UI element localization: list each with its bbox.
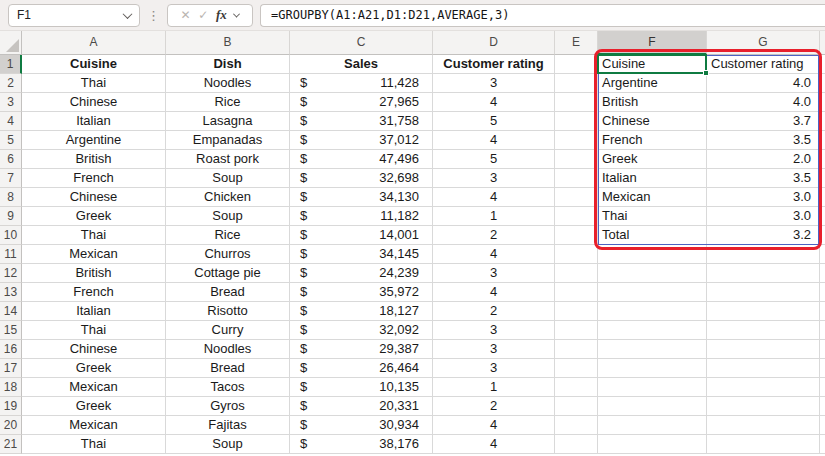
cancel-icon[interactable]: ✕ — [181, 8, 191, 22]
cell-result-cuisine[interactable] — [598, 245, 707, 264]
cell-result-rating[interactable] — [707, 245, 820, 264]
cell-dish[interactable]: Soup — [166, 169, 290, 188]
cell-rating[interactable]: 3 — [433, 359, 555, 378]
cell-empty-e[interactable] — [555, 131, 598, 150]
cell-result-cuisine[interactable] — [598, 321, 707, 340]
cell-dish[interactable]: Soup — [166, 207, 290, 226]
cell-result-rating[interactable] — [707, 359, 820, 378]
cell-result-rating[interactable]: 3.0 — [707, 207, 820, 226]
row-header[interactable]: 18 — [0, 378, 22, 397]
cell-empty-e[interactable] — [555, 435, 598, 454]
cell-dish[interactable]: Empanadas — [166, 131, 290, 150]
cell-sales[interactable]: $ 32,092 — [290, 321, 433, 340]
formula-input[interactable]: =GROUPBY(A1:A21,D1:D21,AVERAGE,3) — [260, 4, 825, 27]
cell-empty-e[interactable] — [555, 264, 598, 283]
column-header-c[interactable]: C — [290, 31, 433, 55]
cell-sales[interactable]: $ 24,239 — [290, 264, 433, 283]
cell-empty-e[interactable] — [555, 302, 598, 321]
cell-sales[interactable]: $ 10,135 — [290, 378, 433, 397]
cell-result-cuisine[interactable]: Chinese — [598, 112, 707, 131]
cell-cuisine[interactable]: French — [22, 169, 166, 188]
cell-result-cuisine[interactable]: Mexican — [598, 188, 707, 207]
row-header[interactable]: 3 — [0, 93, 22, 112]
cell-empty-e[interactable] — [555, 378, 598, 397]
cell-cuisine[interactable]: Chinese — [22, 340, 166, 359]
cell-sales[interactable]: $ 47,496 — [290, 150, 433, 169]
cell-rating[interactable]: 4 — [433, 416, 555, 435]
cell-sales[interactable]: $ 29,387 — [290, 340, 433, 359]
formula-bar-resize-handle-icon[interactable]: ⋮ — [147, 8, 160, 23]
cell-rating[interactable]: 1 — [433, 207, 555, 226]
cell-cuisine[interactable]: Greek — [22, 207, 166, 226]
cell-empty-e[interactable] — [555, 416, 598, 435]
select-all-corner[interactable] — [0, 31, 22, 55]
cell-rating[interactable]: 5 — [433, 150, 555, 169]
cell-result-cuisine[interactable] — [598, 435, 707, 454]
cell-rating[interactable]: 3 — [433, 321, 555, 340]
cell-rating[interactable]: 2 — [433, 397, 555, 416]
row-header[interactable]: 2 — [0, 74, 22, 93]
cell-dish[interactable]: Noodles — [166, 340, 290, 359]
cell-dish[interactable]: Fajitas — [166, 416, 290, 435]
cell-dish[interactable]: Curry — [166, 321, 290, 340]
cell-d1-rating-header[interactable]: Customer rating — [433, 55, 555, 74]
column-header-d[interactable]: D — [433, 31, 555, 55]
cell-sales[interactable]: $ 30,934 — [290, 416, 433, 435]
cell-empty-e[interactable] — [555, 359, 598, 378]
column-header-e[interactable]: E — [555, 31, 598, 55]
cell-rating[interactable]: 1 — [433, 378, 555, 397]
cell-rating[interactable]: 4 — [433, 435, 555, 454]
cell-cuisine[interactable]: Mexican — [22, 245, 166, 264]
row-header[interactable]: 14 — [0, 302, 22, 321]
cell-dish[interactable]: Soup — [166, 435, 290, 454]
cell-empty-e[interactable] — [555, 340, 598, 359]
cell-cuisine[interactable]: Chinese — [22, 93, 166, 112]
row-header[interactable]: 11 — [0, 245, 22, 264]
cell-empty-e[interactable] — [555, 245, 598, 264]
cell-result-rating[interactable]: 3.0 — [707, 188, 820, 207]
row-header[interactable]: 4 — [0, 112, 22, 131]
cell-empty-e[interactable] — [555, 397, 598, 416]
row-header[interactable]: 13 — [0, 283, 22, 302]
cell-sales[interactable]: $ 27,965 — [290, 93, 433, 112]
row-header[interactable]: 17 — [0, 359, 22, 378]
cell-cuisine[interactable]: Italian — [22, 112, 166, 131]
insert-function-icon[interactable]: fx — [216, 7, 227, 23]
cell-result-rating[interactable] — [707, 378, 820, 397]
cell-result-rating[interactable]: 4.0 — [707, 93, 820, 112]
cell-sales[interactable]: $ 38,176 — [290, 435, 433, 454]
cell-cuisine[interactable]: Argentine — [22, 131, 166, 150]
cell-empty-e[interactable] — [555, 226, 598, 245]
cell-result-rating[interactable] — [707, 416, 820, 435]
cell-dish[interactable]: Tacos — [166, 378, 290, 397]
cell-sales[interactable]: $ 18,127 — [290, 302, 433, 321]
cell-result-rating[interactable]: 3.2 — [707, 226, 820, 245]
cell-dish[interactable]: Lasagna — [166, 112, 290, 131]
column-header-f-selected[interactable]: F — [598, 31, 707, 55]
cell-result-rating[interactable]: 3.5 — [707, 131, 820, 150]
cell-sales[interactable]: $ 14,001 — [290, 226, 433, 245]
cell-rating[interactable]: 3 — [433, 264, 555, 283]
cell-result-rating[interactable] — [707, 435, 820, 454]
cell-cuisine[interactable]: British — [22, 150, 166, 169]
cell-result-cuisine[interactable] — [598, 302, 707, 321]
cell-cuisine[interactable]: French — [22, 283, 166, 302]
cell-cuisine[interactable]: Greek — [22, 359, 166, 378]
row-header[interactable]: 8 — [0, 188, 22, 207]
cell-result-cuisine[interactable]: British — [598, 93, 707, 112]
cell-cuisine[interactable]: British — [22, 264, 166, 283]
cell-dish[interactable]: Noodles — [166, 74, 290, 93]
cell-sales[interactable]: $ 31,758 — [290, 112, 433, 131]
cell-empty-e[interactable] — [555, 188, 598, 207]
row-header[interactable]: 7 — [0, 169, 22, 188]
cell-empty-e[interactable] — [555, 169, 598, 188]
cell-cuisine[interactable]: Chinese — [22, 188, 166, 207]
cell-result-rating[interactable]: 2.0 — [707, 150, 820, 169]
cell-dish[interactable]: Rice — [166, 93, 290, 112]
cell-cuisine[interactable]: Mexican — [22, 378, 166, 397]
cell-sales[interactable]: $ 26,464 — [290, 359, 433, 378]
enter-icon[interactable]: ✓ — [198, 8, 208, 22]
cell-dish[interactable]: Bread — [166, 283, 290, 302]
cell-empty-e[interactable] — [555, 112, 598, 131]
cell-cuisine[interactable]: Mexican — [22, 416, 166, 435]
